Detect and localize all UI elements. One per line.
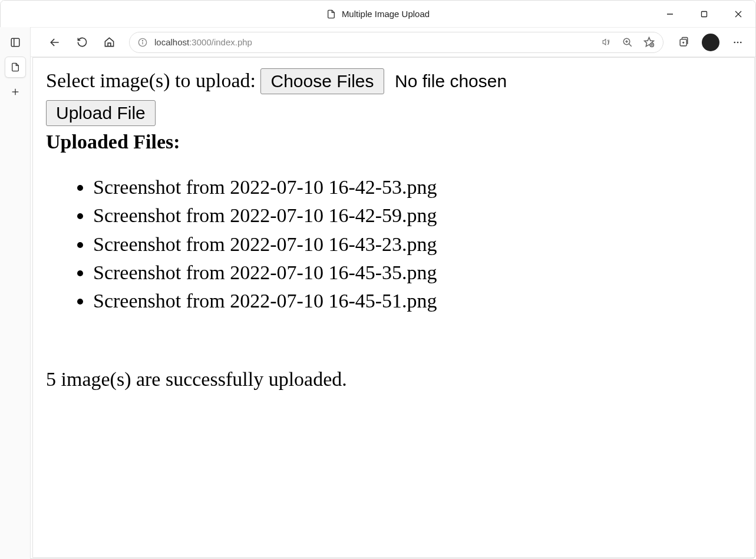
titlebar: Multiple Image Upload (1, 1, 755, 28)
svg-point-11 (142, 40, 143, 41)
toolbar: localhost:3000/index.php )) (1, 28, 755, 57)
no-file-chosen-text: No file chosen (395, 71, 507, 91)
svg-point-26 (740, 41, 742, 43)
avatar-icon (702, 34, 719, 51)
titlebar-center: Multiple Image Upload (326, 9, 430, 19)
choose-files-button[interactable]: Choose Files (260, 68, 384, 94)
upload-status-message: 5 image(s) are successfully uploaded. (46, 368, 741, 391)
list-item: Screenshot from 2022-07-10 16-43-23.png (93, 230, 741, 259)
upload-file-button[interactable]: Upload File (46, 100, 156, 126)
vertical-tab-strip (0, 27, 31, 559)
svg-text:)): )) (608, 38, 610, 42)
read-aloud-icon[interactable]: )) (601, 37, 612, 48)
url-text: localhost:3000/index.php (154, 37, 252, 47)
uploaded-files-list: Screenshot from 2022-07-10 16-42-53.png … (46, 173, 741, 315)
tab-current-page[interactable] (5, 57, 26, 78)
window-controls (653, 1, 755, 28)
svg-point-25 (737, 41, 739, 43)
list-item: Screenshot from 2022-07-10 16-42-59.png (93, 201, 741, 230)
uploaded-files-heading: Uploaded Files: (46, 131, 741, 153)
refresh-button[interactable] (70, 31, 94, 54)
site-info-icon[interactable] (138, 38, 147, 47)
more-menu-button[interactable] (726, 31, 750, 54)
close-button[interactable] (721, 1, 755, 28)
profile-avatar[interactable] (699, 31, 722, 54)
back-button[interactable] (43, 31, 67, 54)
address-bar[interactable]: localhost:3000/index.php )) (129, 32, 663, 53)
list-item: Screenshot from 2022-07-10 16-42-53.png (93, 173, 741, 201)
collections-button[interactable] (672, 31, 695, 54)
maximize-button[interactable] (687, 1, 721, 28)
list-item: Screenshot from 2022-07-10 16-45-35.png (93, 259, 741, 287)
tab-actions-button[interactable] (5, 32, 26, 53)
page-icon (326, 9, 336, 19)
home-button[interactable] (97, 31, 121, 54)
svg-point-24 (734, 41, 735, 43)
page-body: Select image(s) to upload: Choose Files … (33, 58, 754, 401)
zoom-icon[interactable] (622, 37, 633, 48)
svg-line-14 (629, 44, 632, 47)
favorite-icon[interactable] (643, 37, 655, 48)
svg-rect-4 (11, 38, 19, 47)
select-label: Select image(s) to upload: (46, 70, 256, 91)
viewport: Select image(s) to upload: Choose Files … (32, 57, 755, 558)
page-title: Multiple Image Upload (342, 9, 430, 19)
svg-rect-1 (702, 12, 707, 17)
list-item: Screenshot from 2022-07-10 16-45-51.png (93, 287, 741, 315)
minimize-button[interactable] (653, 1, 687, 28)
new-tab-button[interactable] (5, 81, 26, 102)
